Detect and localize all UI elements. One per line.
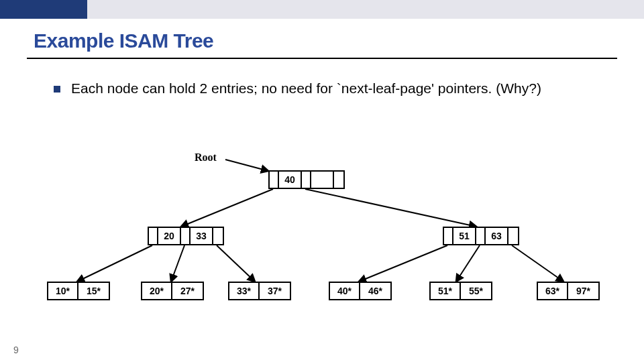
svg-line-8 <box>512 245 564 282</box>
node-key <box>311 172 334 188</box>
root-node: 40 <box>268 170 345 189</box>
node-key: 20 <box>158 228 181 244</box>
node-pointer <box>444 228 453 244</box>
root-label: Root <box>195 152 217 164</box>
top-bar-accent <box>0 0 87 19</box>
node-key: 33 <box>191 228 213 244</box>
node-pointer <box>270 172 279 188</box>
node-pointer <box>334 172 343 188</box>
top-bar <box>0 0 644 19</box>
bullet-item: Each node can hold 2 entries; no need fo… <box>54 80 604 97</box>
svg-line-4 <box>171 245 184 282</box>
leaf-key: 27* <box>172 283 203 299</box>
slide-title: Example ISAM Tree <box>34 29 610 52</box>
leaf-key: 97* <box>568 283 598 299</box>
svg-line-2 <box>305 189 476 227</box>
leaf-key: 40* <box>330 283 360 299</box>
leaf-node: 51* 55* <box>429 282 492 300</box>
leaf-key: 10* <box>48 283 78 299</box>
node-pointer <box>508 228 518 244</box>
svg-line-1 <box>181 189 273 227</box>
leaf-key: 46* <box>360 283 390 299</box>
leaf-node: 33* 37* <box>228 282 291 300</box>
svg-line-5 <box>217 245 255 282</box>
node-pointer <box>213 228 223 244</box>
bullet-icon <box>54 86 60 93</box>
internal-node: 51 63 <box>443 227 519 245</box>
internal-node: 20 33 <box>148 227 224 245</box>
svg-line-3 <box>77 245 152 282</box>
leaf-key: 33* <box>229 283 260 299</box>
leaf-key: 55* <box>461 283 491 299</box>
leaf-node: 20* 27* <box>141 282 204 300</box>
node-key: 40 <box>279 172 302 188</box>
node-key: 63 <box>486 228 508 244</box>
node-pointer <box>302 172 311 188</box>
title-rule <box>27 58 617 59</box>
leaf-key: 63* <box>538 283 568 299</box>
leaf-node: 63* 97* <box>537 282 600 300</box>
node-pointer <box>149 228 158 244</box>
leaf-key: 51* <box>431 283 461 299</box>
svg-line-6 <box>359 245 447 282</box>
page-number: 9 <box>13 345 19 355</box>
node-pointer <box>476 228 486 244</box>
leaf-node: 40* 46* <box>329 282 392 300</box>
node-pointer <box>181 228 191 244</box>
leaf-key: 20* <box>142 283 172 299</box>
svg-line-7 <box>456 245 480 282</box>
leaf-key: 37* <box>260 283 290 299</box>
leaf-key: 15* <box>78 283 109 299</box>
leaf-node: 10* 15* <box>47 282 110 300</box>
svg-line-0 <box>225 160 268 171</box>
node-key: 51 <box>453 228 476 244</box>
tree-diagram: Root 40 20 33 <box>27 147 617 322</box>
bullet-text: Each node can hold 2 entries; no need fo… <box>71 80 541 97</box>
